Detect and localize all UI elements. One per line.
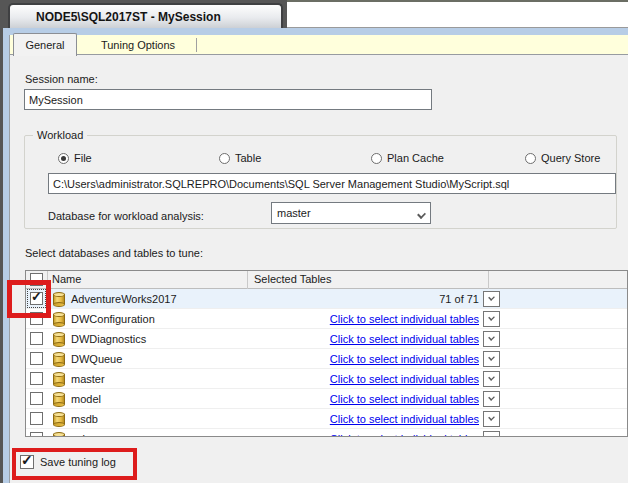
select-databases-label: Select databases and tables to tune: (25, 247, 203, 259)
tab-separator (196, 38, 197, 52)
workload-group: Workload File Table Plan Cache Query Sto… (24, 135, 617, 229)
workload-group-label: Workload (33, 129, 87, 141)
database-icon (53, 312, 65, 326)
row-dropdown-button[interactable] (483, 311, 500, 327)
selected-tables-value: 71 of 71 (248, 289, 479, 309)
header-selected-tables[interactable]: Selected Tables (248, 271, 489, 289)
session-document-tab-label: NODE5\SQL2017ST - MySession (36, 10, 221, 24)
table-row[interactable]: ✓ DWDiagnostics Click to select individu… (26, 329, 627, 349)
row-dropdown-button[interactable] (483, 431, 500, 437)
session-page: General Tuning Options Session name: MyS… (10, 35, 628, 483)
session-name-input[interactable]: MySession (24, 89, 432, 110)
chevron-down-icon (488, 394, 495, 401)
radio-icon[interactable] (371, 153, 382, 164)
chevron-down-icon (488, 414, 495, 421)
database-name: model (71, 389, 101, 409)
row-dropdown-button[interactable] (483, 391, 500, 407)
select-individual-tables-link[interactable]: Click to select individual tables (248, 309, 479, 329)
workload-radio-label: Query Store (541, 152, 600, 164)
table-row[interactable]: ✓ DWConfiguration Click to select indivi… (26, 309, 627, 329)
header-name[interactable]: Name (48, 271, 248, 289)
database-icon (53, 332, 65, 346)
workload-radio-label: File (74, 152, 92, 164)
table-row[interactable]: ✓ master Click to select individual tabl… (26, 369, 627, 389)
database-icon (53, 432, 65, 437)
database-name: master (71, 369, 105, 389)
tab-general-label: General (25, 39, 64, 51)
databases-table: ✓ Name Selected Tables ✓ AdventureWorks2… (25, 270, 628, 437)
database-name: msdb (71, 409, 98, 429)
workload-radio-option[interactable]: File (58, 150, 92, 166)
database-icon (53, 412, 65, 426)
workload-radio-option[interactable]: Table (219, 150, 261, 166)
session-name-value: MySession (29, 94, 83, 106)
analysis-database-label: Database for workload analysis: (48, 210, 204, 222)
row-dropdown-button[interactable] (483, 411, 500, 427)
row-checkbox[interactable]: ✓ (30, 432, 43, 437)
tab-well-background (287, 0, 628, 27)
table-row[interactable]: ✓ AdventureWorks2017 71 of 71 (26, 289, 627, 309)
chevron-down-icon (488, 354, 495, 361)
select-individual-tables-link[interactable]: Click to select individual tables (248, 429, 479, 437)
tab-tuning-options-label: Tuning Options (101, 39, 175, 51)
database-name: DWConfiguration (71, 309, 155, 329)
database-icon (53, 352, 65, 366)
table-row[interactable]: ✓ model Click to select individual table… (26, 389, 627, 409)
workload-radio-label: Table (235, 152, 261, 164)
table-body: ✓ AdventureWorks2017 71 of 71 ✓ DWConfig… (26, 289, 627, 437)
chevron-down-icon (488, 334, 495, 341)
database-name: AdventureWorks2017 (71, 289, 177, 309)
chevron-down-icon (488, 314, 495, 321)
select-individual-tables-link[interactable]: Click to select individual tables (248, 369, 479, 389)
database-name: sqlnexus (71, 429, 114, 437)
chevron-down-icon (488, 434, 495, 437)
radio-icon[interactable] (58, 153, 69, 164)
workload-radio-option[interactable]: Plan Cache (371, 150, 444, 166)
workload-radio-label: Plan Cache (387, 152, 444, 164)
workload-file-path-input[interactable]: C:\Users\administrator.SQLREPRO\Document… (48, 173, 616, 194)
select-individual-tables-link[interactable]: Click to select individual tables (248, 329, 479, 349)
chevron-down-icon (488, 374, 495, 381)
row-checkbox[interactable]: ✓ (30, 352, 43, 365)
tab-tuning-options[interactable]: Tuning Options (82, 35, 194, 55)
table-header: ✓ Name Selected Tables (26, 271, 627, 289)
radio-icon[interactable] (219, 153, 230, 164)
database-name: DWDiagnostics (71, 329, 146, 349)
select-individual-tables-link[interactable]: Click to select individual tables (248, 389, 479, 409)
row-dropdown-button[interactable] (483, 331, 500, 347)
annotation-highlight-checkbox (7, 280, 51, 318)
row-dropdown-button[interactable] (483, 371, 500, 387)
database-name: DWQueue (71, 349, 122, 369)
database-icon (53, 292, 65, 306)
database-icon (53, 372, 65, 386)
session-document-tab[interactable]: NODE5\SQL2017ST - MySession (8, 3, 283, 28)
table-row[interactable]: ✓ sqlnexus Click to select individual ta… (26, 429, 627, 437)
select-individual-tables-link[interactable]: Click to select individual tables (248, 349, 479, 369)
row-dropdown-button[interactable] (483, 351, 500, 367)
row-dropdown-button[interactable] (483, 291, 500, 307)
window-frame-top (3, 28, 628, 35)
session-name-label: Session name: (25, 73, 98, 85)
annotation-highlight-save-log (12, 448, 137, 480)
workload-file-path-value: C:\Users\administrator.SQLREPRO\Document… (53, 178, 509, 190)
workload-radio-option[interactable]: Query Store (525, 150, 600, 166)
row-checkbox[interactable]: ✓ (30, 412, 43, 425)
row-checkbox[interactable]: ✓ (30, 392, 43, 405)
table-row[interactable]: ✓ DWQueue Click to select individual tab… (26, 349, 627, 369)
workload-options: File Table Plan Cache Query Store (25, 150, 616, 166)
row-checkbox[interactable]: ✓ (30, 332, 43, 345)
select-individual-tables-link[interactable]: Click to select individual tables (248, 409, 479, 429)
analysis-database-value: master (277, 207, 311, 219)
chevron-down-icon (417, 210, 426, 219)
radio-icon[interactable] (525, 153, 536, 164)
chevron-down-icon (488, 294, 495, 301)
tab-general[interactable]: General (13, 33, 77, 56)
table-row[interactable]: ✓ msdb Click to select individual tables (26, 409, 627, 429)
database-icon (53, 392, 65, 406)
row-checkbox[interactable]: ✓ (30, 372, 43, 385)
analysis-database-dropdown[interactable]: master (271, 202, 431, 224)
tab-strip: General Tuning Options (10, 35, 628, 55)
